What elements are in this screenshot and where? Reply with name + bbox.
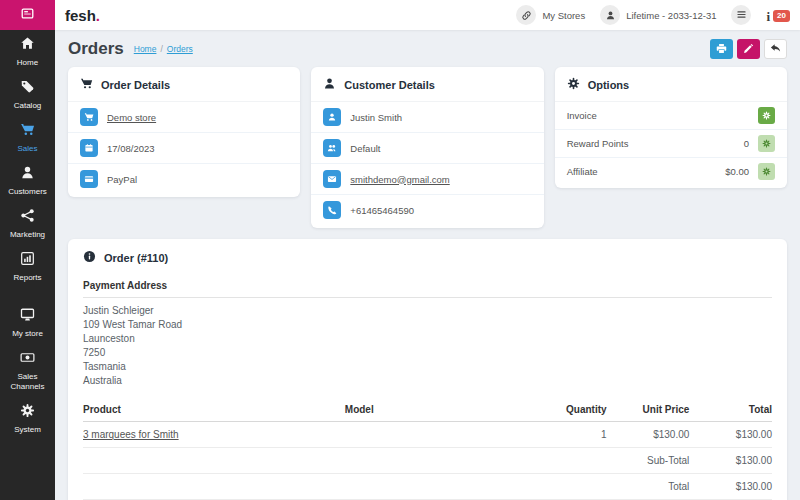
col-total: Total <box>689 398 772 422</box>
breadcrumb-current-link[interactable]: Orders <box>167 44 193 54</box>
share-icon <box>20 208 35 227</box>
payment-address-heading: Payment Address <box>83 271 772 298</box>
affiliate-option-row: Affiliate $0.00 <box>555 158 787 188</box>
options-card: Options Invoice Reward Points 0 Affiliat… <box>555 67 787 188</box>
table-row: 3 marquees for Smith 1 $130.00 $130.00 <box>83 422 772 448</box>
card-title: Options <box>588 79 630 91</box>
product-model <box>345 422 510 448</box>
sidebar: Home Catalog Sales Customers Marketing R… <box>0 0 55 500</box>
total-label: Total <box>607 474 690 500</box>
option-label: Reward Points <box>567 138 744 149</box>
payment-method: PayPal <box>107 174 137 185</box>
sidebar-item-label: My store <box>12 329 43 339</box>
option-label: Affiliate <box>567 166 726 177</box>
bar-chart-icon <box>20 251 35 270</box>
sidebar-item-label: Customers <box>8 187 47 197</box>
add-reward-points-button[interactable] <box>758 135 775 152</box>
logo-dot: . <box>96 7 100 24</box>
notifications-button[interactable]: i 20 <box>766 8 790 23</box>
order-body: Payment Address Justin Schleiger 109 Wes… <box>68 271 787 500</box>
license-label: Lifetime - 2033-12-31 <box>626 10 716 21</box>
store-link[interactable]: Demo store <box>107 112 156 123</box>
sidebar-item-system[interactable]: System <box>0 397 55 440</box>
info-circle-icon <box>83 249 96 267</box>
link-icon <box>516 5 536 25</box>
main-content: Orders Home / Orders <box>55 30 800 500</box>
user-icon <box>600 5 620 25</box>
credit-card-icon <box>80 170 98 188</box>
sidebar-item-catalog[interactable]: Catalog <box>0 73 55 116</box>
notifications-badge: 20 <box>773 10 790 22</box>
col-product: Product <box>83 398 345 422</box>
page-actions <box>710 39 787 59</box>
order-card: Order (#110) Payment Address Justin Schl… <box>68 239 787 500</box>
breadcrumb: Home / Orders <box>134 44 193 54</box>
subtotal-row: Sub-Total $130.00 <box>83 448 772 474</box>
my-stores-label: My Stores <box>542 10 585 21</box>
date-row: 17/08/2023 <box>68 133 300 164</box>
option-label: Invoice <box>567 110 749 121</box>
gear-icon <box>20 403 35 422</box>
total-row: Total $130.00 <box>83 474 772 500</box>
product-link[interactable]: 3 marquees for Smith <box>83 429 179 440</box>
breadcrumb-home-link[interactable]: Home <box>134 44 157 54</box>
address-line: Justin Schleiger <box>83 304 772 318</box>
money-icon <box>20 350 35 369</box>
admin-app: Home Catalog Sales Customers Marketing R… <box>0 0 800 500</box>
customer-group: Default <box>350 143 380 154</box>
col-model: Model <box>345 398 510 422</box>
customer-group-row: Default <box>311 133 543 164</box>
edit-order-button[interactable] <box>737 39 760 59</box>
sidebar-item-sales[interactable]: Sales <box>0 116 55 159</box>
sidebar-item-home[interactable]: Home <box>0 30 55 73</box>
sidebar-dashboard-button[interactable] <box>0 0 55 30</box>
option-value: $0.00 <box>725 166 749 177</box>
order-products-table: Product Model Quantity Unit Price Total … <box>83 398 772 500</box>
customer-phone: +61465464590 <box>350 205 414 216</box>
invoice-option-row: Invoice <box>555 102 787 130</box>
print-invoice-button[interactable] <box>710 39 733 59</box>
reward-points-option-row: Reward Points 0 <box>555 130 787 158</box>
sidebar-item-label: Home <box>17 58 38 68</box>
customer-phone-row: +61465464590 <box>311 195 543 228</box>
user-icon <box>20 165 35 184</box>
option-value: 0 <box>744 138 749 149</box>
product-quantity: 1 <box>510 422 606 448</box>
back-arrow-icon <box>770 40 781 58</box>
address-line: 109 West Tamar Road <box>83 318 772 332</box>
sidebar-item-customers[interactable]: Customers <box>0 159 55 202</box>
printer-icon <box>716 40 727 58</box>
sidebar-item-reports[interactable]: Reports <box>0 245 55 288</box>
sidebar-item-label: Sales <box>17 144 37 154</box>
license-button[interactable]: Lifetime - 2033-12-31 <box>600 5 716 25</box>
page-title: Orders <box>68 39 124 59</box>
address-line: Australia <box>83 374 772 388</box>
add-affiliate-commission-button[interactable] <box>758 163 775 180</box>
menu-toggle-button[interactable] <box>731 5 751 25</box>
generate-invoice-button[interactable] <box>758 107 775 124</box>
customer-email-link[interactable]: smithdemo@gmail.com <box>350 174 449 185</box>
col-unit-price: Unit Price <box>607 398 690 422</box>
card-title: Order Details <box>101 79 170 91</box>
product-unit-price: $130.00 <box>607 422 690 448</box>
sidebar-item-my-store[interactable]: My store <box>0 301 55 344</box>
sidebar-item-label: Reports <box>13 273 41 283</box>
cart-icon <box>20 122 35 141</box>
back-button[interactable] <box>764 39 787 59</box>
sidebar-item-label: Sales Channels <box>2 372 53 392</box>
sidebar-item-label: Marketing <box>10 230 45 240</box>
my-stores-button[interactable]: My Stores <box>516 5 585 25</box>
page-header: Orders Home / Orders <box>68 35 787 62</box>
sidebar-item-marketing[interactable]: Marketing <box>0 202 55 245</box>
monitor-icon <box>20 307 35 326</box>
hamburger-icon <box>736 6 747 24</box>
envelope-icon <box>323 170 341 188</box>
user-icon <box>323 76 336 94</box>
logo[interactable]: fesh. <box>65 7 100 24</box>
sidebar-item-sales-channels[interactable]: Sales Channels <box>0 344 55 397</box>
info-icon: i <box>766 10 770 23</box>
tag-icon <box>20 79 35 98</box>
product-total: $130.00 <box>689 422 772 448</box>
table-header-row: Product Model Quantity Unit Price Total <box>83 398 772 422</box>
order-date: 17/08/2023 <box>107 143 155 154</box>
